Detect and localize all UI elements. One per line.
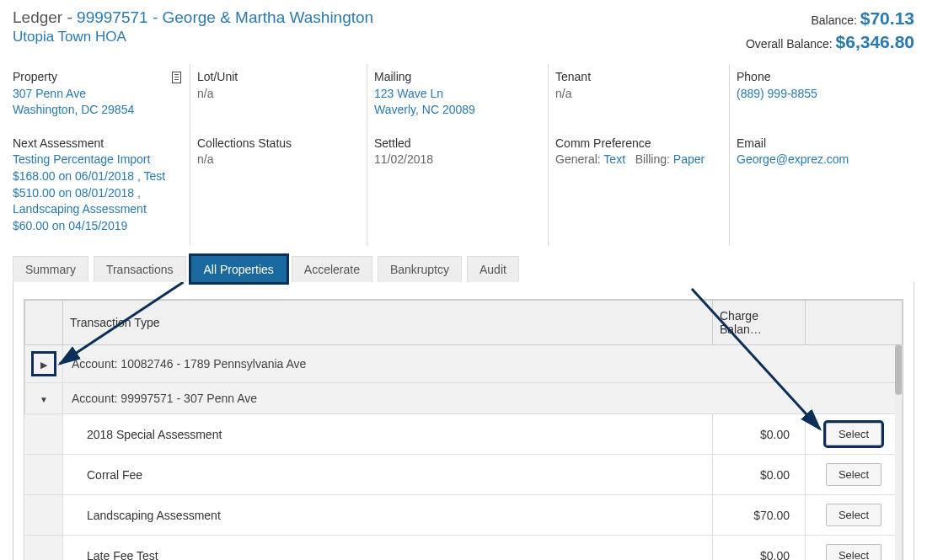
tab-accelerate[interactable]: Accelerate bbox=[292, 256, 372, 282]
expand-icon[interactable] bbox=[34, 354, 54, 374]
balance-amount: $70.13 bbox=[860, 8, 914, 28]
settled-value: 11/02/2018 bbox=[374, 152, 539, 168]
grid-panel: Transaction Type Charge Balan… Account: … bbox=[13, 282, 914, 560]
overall-balance-amount: $6,346.80 bbox=[836, 32, 914, 51]
next-assessment-value[interactable]: Testing Percentage Import $168.00 on 06/… bbox=[13, 152, 181, 234]
tab-audit[interactable]: Audit bbox=[467, 256, 519, 282]
table-row: Late Fee Test$0.00Select bbox=[25, 536, 903, 560]
tab-transactions[interactable]: Transactions bbox=[94, 256, 186, 282]
comm-general-link[interactable]: Text bbox=[603, 152, 625, 166]
col-transaction-type[interactable]: Transaction Type bbox=[63, 301, 713, 345]
col-select bbox=[806, 301, 903, 345]
comm-billing-link[interactable]: Paper bbox=[673, 152, 705, 166]
group-1-label: Account: 10082746 - 1789 Pennsylvania Av… bbox=[63, 345, 903, 383]
collections-value: n/a bbox=[197, 152, 358, 168]
property-address-line2[interactable]: Washington, DC 29854 bbox=[13, 103, 134, 116]
row-name: Corral Fee bbox=[63, 455, 713, 495]
table-row: Corral Fee$0.00Select bbox=[25, 455, 903, 495]
table-row: Landscaping Assessment$70.00Select bbox=[25, 495, 903, 536]
row-name: 2018 Special Assessment bbox=[63, 414, 713, 455]
row-balance: $0.00 bbox=[713, 536, 806, 560]
email-value[interactable]: George@exprez.com bbox=[737, 152, 849, 166]
row-balance: $0.00 bbox=[713, 414, 806, 455]
col-expand bbox=[25, 301, 63, 345]
email-label: Email bbox=[737, 136, 898, 152]
ledger-label: Ledger bbox=[13, 8, 62, 26]
phone-label: Phone bbox=[737, 69, 898, 86]
row-balance: $0.00 bbox=[713, 455, 806, 495]
select-button[interactable]: Select bbox=[826, 423, 881, 445]
lot-value: n/a bbox=[197, 86, 358, 103]
mailing-line2[interactable]: Waverly, NC 20089 bbox=[374, 103, 475, 116]
row-balance: $70.00 bbox=[713, 495, 806, 536]
group-2-label: Account: 99997571 - 307 Penn Ave bbox=[63, 383, 903, 414]
comm-pref-label: Comm Preference bbox=[555, 136, 721, 152]
mailing-line1[interactable]: 123 Wave Ln bbox=[374, 87, 443, 100]
phone-value[interactable]: (889) 999-8855 bbox=[737, 87, 817, 100]
property-address-line1[interactable]: 307 Penn Ave bbox=[13, 87, 86, 100]
lot-label: Lot/Unit bbox=[197, 69, 358, 86]
mailing-label: Mailing bbox=[374, 69, 539, 86]
tenant-label: Tenant bbox=[555, 69, 721, 86]
select-button[interactable]: Select bbox=[826, 504, 881, 526]
table-row: 2018 Special Assessment$0.00Select bbox=[25, 414, 903, 455]
account-link[interactable]: 99997571 - George & Martha Washington bbox=[77, 8, 373, 26]
scroll-thumb[interactable] bbox=[895, 344, 902, 395]
group-row-1[interactable]: Account: 10082746 - 1789 Pennsylvania Av… bbox=[25, 345, 903, 383]
select-button[interactable]: Select bbox=[826, 463, 881, 486]
overall-balance-label: Overall Balance: bbox=[746, 37, 833, 51]
group-row-2[interactable]: Account: 99997571 - 307 Penn Ave bbox=[25, 383, 903, 414]
property-label: Property bbox=[13, 69, 57, 86]
vertical-scrollbar[interactable] bbox=[895, 344, 902, 560]
select-button[interactable]: Select bbox=[826, 544, 881, 560]
tenant-value: n/a bbox=[555, 86, 721, 103]
document-icon[interactable] bbox=[172, 72, 181, 83]
collections-label: Collections Status bbox=[197, 136, 358, 152]
row-name: Late Fee Test bbox=[63, 536, 713, 560]
settled-label: Settled bbox=[374, 136, 539, 152]
hoa-link[interactable]: Utopia Town HOA bbox=[13, 29, 373, 45]
col-charge-balance[interactable]: Charge Balan… bbox=[713, 301, 806, 345]
next-assessment-label: Next Assessment bbox=[13, 136, 181, 152]
tab-bankruptcy[interactable]: Bankruptcy bbox=[378, 256, 462, 282]
tab-summary[interactable]: Summary bbox=[13, 256, 88, 282]
balance-label: Balance: bbox=[811, 13, 856, 27]
collapse-icon[interactable] bbox=[40, 392, 48, 405]
row-name: Landscaping Assessment bbox=[63, 495, 713, 536]
comm-pref-value: General: Text Billing: Paper bbox=[555, 152, 721, 168]
tab-all-properties[interactable]: All Properties bbox=[191, 256, 287, 282]
tabs: Summary Transactions All Properties Acce… bbox=[13, 256, 914, 282]
